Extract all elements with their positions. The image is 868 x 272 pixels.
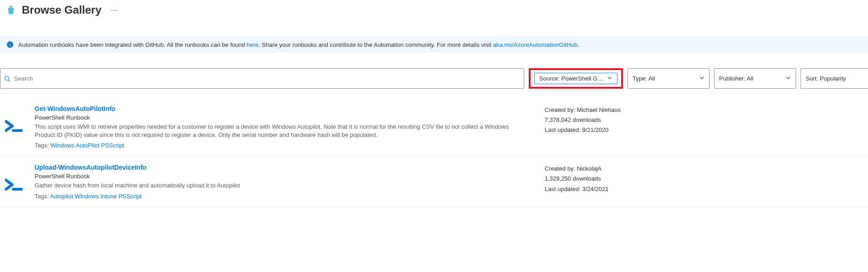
publisher-dropdown[interactable]: Publisher: All (714, 68, 796, 89)
info-banner: i Automation runbooks have been integrat… (0, 36, 868, 53)
powershell-icon (4, 164, 26, 199)
tag-link[interactable]: Autopilot (50, 193, 73, 200)
svg-point-2 (5, 76, 9, 80)
result-title-link[interactable]: Upload-WindowsAutopilotDeviceInfo (35, 164, 526, 171)
result-title-link[interactable]: Get-WindowsAutoPilotInfo (35, 105, 526, 112)
tag-link[interactable]: PSScript (101, 142, 124, 149)
result-description: This script uses WMI to retrieve propert… (35, 123, 526, 139)
result-tags: Tags: Autopilot Windows Intune PSScript (35, 193, 526, 200)
powershell-icon (4, 105, 26, 149)
result-subtitle: PowerShell Runbook (35, 114, 526, 121)
svg-line-3 (9, 80, 10, 81)
result-description: Gather device hash from local machine an… (35, 181, 526, 190)
tag-link[interactable]: Windows (51, 142, 75, 149)
filter-bar: Source: PowerShell G… Type: All Publishe… (0, 64, 868, 93)
chevron-down-icon (699, 75, 705, 82)
svg-text:i: i (9, 42, 10, 47)
tag-link[interactable]: Windows (75, 193, 99, 200)
search-input[interactable] (14, 75, 520, 82)
result-subtitle: PowerShell Runbook (35, 173, 526, 180)
tag-link[interactable]: PSScript (118, 193, 142, 200)
tag-link[interactable]: AutoPilot (76, 142, 99, 149)
page-header: Browse Gallery ⋯ (0, 0, 868, 20)
result-tags: Tags: Windows AutoPilot PSScript (35, 142, 526, 149)
results-list: Get-WindowsAutoPilotInfo PowerShell Runb… (0, 98, 868, 207)
result-item: Get-WindowsAutoPilotInfo PowerShell Runb… (0, 98, 868, 156)
search-box[interactable] (0, 68, 524, 89)
info-icon: i (6, 41, 14, 48)
result-meta: Created by: Michael Niehaus 7,378,042 do… (545, 105, 645, 149)
sort-dropdown[interactable]: Sort: Popularity (801, 68, 868, 89)
banner-docs-link[interactable]: aka.ms/AzureAutomationGitHub (493, 41, 578, 48)
more-menu-button[interactable]: ⋯ (107, 4, 122, 16)
page-title: Browse Gallery (22, 4, 102, 16)
source-dropdown[interactable]: Source: PowerShell G… (534, 73, 618, 84)
result-item: Upload-WindowsAutopilotDeviceInfo PowerS… (0, 156, 868, 207)
type-dropdown[interactable]: Type: All (628, 68, 710, 89)
source-highlight: Source: PowerShell G… (529, 68, 623, 89)
banner-text: Automation runbooks have been integrated… (18, 41, 579, 48)
chevron-down-icon (607, 75, 613, 82)
shopping-bag-icon (5, 5, 16, 15)
tag-link[interactable]: Intune (101, 193, 117, 200)
banner-here-link[interactable]: here (247, 41, 259, 48)
chevron-down-icon (786, 75, 791, 82)
search-icon (4, 76, 10, 82)
result-meta: Created by: NickolajA 1,329,250 download… (545, 164, 645, 199)
